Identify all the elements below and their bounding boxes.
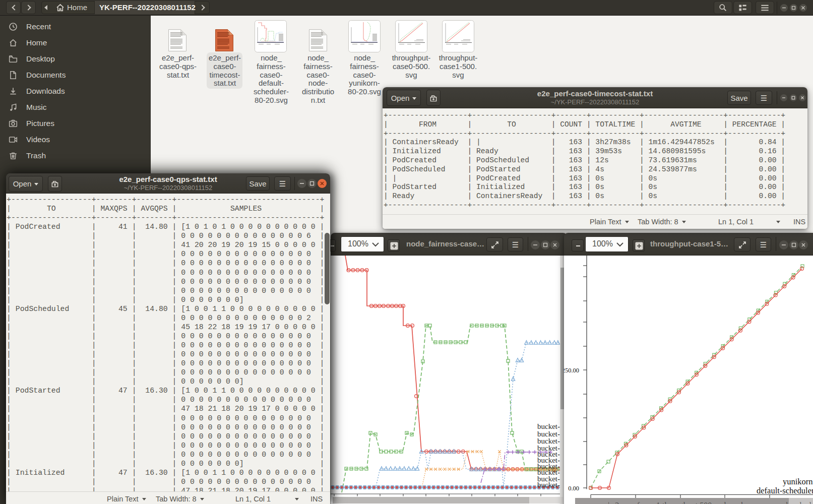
svg-text:| e2e_perf-case1 throughput 50: | e2e_perf-case1 throughput 500 pods mak…: [608, 501, 813, 504]
svg-text:default-scheduler: default-scheduler: [757, 486, 813, 495]
svg-text:250.00: 250.00: [564, 367, 579, 374]
svg-text:0.00: 0.00: [568, 485, 579, 492]
svg-text:bucket-9: bucket-9: [537, 481, 564, 489]
svg-text:yunikorn: yunikorn: [783, 477, 813, 486]
svg-text:bucket-0: bucket-0: [537, 422, 564, 430]
